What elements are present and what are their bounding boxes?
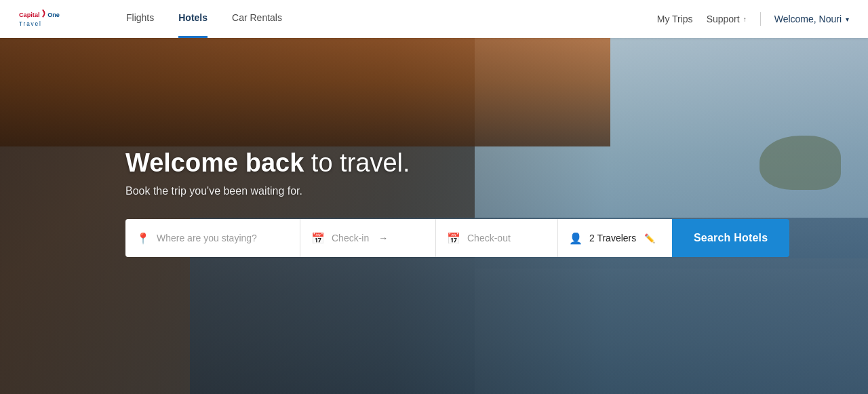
svg-text:Capital: Capital (19, 12, 40, 18)
checkin-label: Check-in (332, 233, 369, 243)
hero-subtitle: Book the trip you've been waiting for. (125, 185, 868, 197)
location-input[interactable]: Where are you staying? (157, 233, 257, 243)
svg-text:Travel: Travel (19, 21, 42, 27)
my-trips-link[interactable]: My Trips (657, 14, 693, 24)
logo[interactable]: Capital One Travel (19, 8, 94, 30)
hero-section: Welcome back to travel. Book the trip yo… (0, 0, 868, 394)
checkout-field[interactable]: 📅 Check-out (436, 219, 558, 257)
travelers-field[interactable]: 👤 2 Travelers ✏️ (558, 219, 672, 257)
location-icon: 📍 (136, 232, 150, 245)
hero-content: Welcome back to travel. Book the trip yo… (0, 38, 868, 394)
navbar: Capital One Travel Flights Hotels Car Re… (0, 0, 868, 38)
nav-links: Flights Hotels Car Rentals (126, 12, 657, 26)
search-hotels-button[interactable]: Search Hotels (672, 219, 789, 257)
nav-right: My Trips Support ↑ Welcome, Nouri ▾ (657, 12, 849, 26)
nav-flights[interactable]: Flights (126, 12, 154, 26)
arrow-icon: → (378, 233, 388, 243)
search-bar: 📍 Where are you staying? 📅 Check-in → 📅 … (125, 219, 868, 257)
user-menu[interactable]: Welcome, Nouri ▾ (774, 14, 849, 24)
checkin-field[interactable]: 📅 Check-in → (300, 219, 436, 257)
chevron-down-icon: ▾ (846, 16, 849, 23)
support-link[interactable]: Support ↑ (707, 14, 747, 24)
travelers-count: 2 Travelers (589, 233, 636, 243)
nav-car-rentals[interactable]: Car Rentals (232, 12, 282, 26)
nav-hotels[interactable]: Hotels (178, 12, 208, 26)
calendar-checkout-icon: 📅 (447, 232, 460, 245)
location-field[interactable]: 📍 Where are you staying? (125, 219, 300, 257)
nav-divider (760, 12, 761, 26)
hero-title: Welcome back to travel. (125, 148, 868, 179)
svg-text:One: One (47, 12, 60, 18)
calendar-icon: 📅 (311, 232, 325, 245)
edit-icon[interactable]: ✏️ (644, 233, 655, 243)
person-icon: 👤 (569, 232, 583, 245)
support-arrow-icon: ↑ (743, 16, 747, 23)
checkout-label: Check-out (467, 233, 511, 243)
